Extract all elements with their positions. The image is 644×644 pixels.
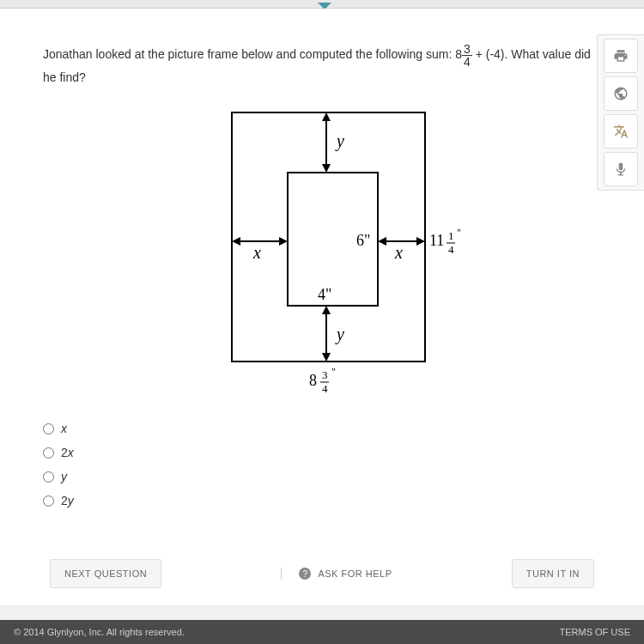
main-content: Jonathan looked at the picture frame bel…: [0, 9, 644, 605]
option-radio-2x[interactable]: [43, 447, 54, 459]
mic-icon: [613, 161, 629, 177]
picture-frame-diagram: y y x x 6" 4" 11 1 4 " 8 3 4 ": [180, 104, 464, 396]
print-icon: [613, 48, 629, 64]
top-tab-bar: [0, 0, 644, 9]
translate-button[interactable]: [604, 114, 638, 149]
option-var-2: y: [61, 470, 67, 483]
svg-marker-15: [378, 237, 386, 246]
svg-text:3: 3: [322, 368, 328, 381]
svg-marker-12: [279, 237, 288, 246]
svg-text:8: 8: [309, 372, 317, 389]
terms-link[interactable]: TERMS OF USE: [559, 627, 630, 637]
option-x[interactable]: x: [43, 422, 601, 435]
next-question-button[interactable]: NEXT QUESTION: [50, 559, 161, 588]
mic-button[interactable]: [604, 152, 638, 186]
svg-text:4: 4: [448, 243, 454, 256]
ask-for-help-button[interactable]: ? ASK FOR HELP: [281, 568, 392, 580]
svg-marker-16: [416, 237, 425, 246]
question-text: Jonathan looked at the picture frame bel…: [43, 43, 601, 87]
svg-text:4": 4": [318, 286, 331, 303]
ask-help-label: ASK FOR HELP: [318, 568, 392, 579]
option-2x[interactable]: 2x: [43, 446, 601, 459]
option-var-0: x: [61, 422, 67, 435]
svg-text:y: y: [335, 325, 344, 344]
option-prefix-1: 2: [61, 446, 68, 459]
svg-text:11: 11: [429, 232, 444, 249]
question-mark-icon: ?: [299, 568, 311, 580]
svg-marker-3: [322, 112, 331, 121]
svg-marker-7: [322, 306, 331, 314]
svg-text:6": 6": [356, 232, 370, 249]
svg-text:1: 1: [448, 229, 454, 242]
svg-rect-0: [232, 112, 425, 361]
turn-it-in-button[interactable]: TURN IT IN: [512, 559, 594, 588]
option-radio-x[interactable]: [43, 423, 54, 434]
svg-text:x: x: [252, 243, 261, 262]
svg-marker-11: [232, 237, 240, 246]
option-y[interactable]: y: [43, 470, 601, 483]
print-button[interactable]: [604, 39, 638, 73]
globe-button[interactable]: [604, 76, 638, 111]
option-2y[interactable]: 2y: [43, 494, 601, 507]
svg-marker-4: [322, 164, 331, 173]
option-prefix-3: 2: [61, 494, 68, 507]
question-fraction: 34: [462, 43, 472, 68]
svg-text:4: 4: [322, 382, 328, 395]
svg-text:x: x: [394, 243, 403, 262]
svg-text:": ": [457, 227, 461, 239]
option-var-3: y: [68, 494, 74, 507]
translate-icon: [613, 124, 629, 139]
svg-text:": ": [331, 366, 336, 378]
globe-icon: [613, 86, 629, 101]
button-row: NEXT QUESTION ? ASK FOR HELP TURN IT IN: [43, 559, 601, 588]
svg-marker-8: [322, 353, 331, 361]
option-radio-y[interactable]: [43, 471, 54, 483]
answer-options: x 2x y 2y: [43, 422, 601, 507]
option-var-1: x: [68, 446, 74, 459]
option-radio-2y[interactable]: [43, 495, 54, 507]
footer: © 2014 Glynlyon, Inc. All rights reserve…: [0, 620, 644, 644]
svg-text:y: y: [335, 131, 344, 151]
question-prefix: Jonathan looked at the picture frame bel…: [43, 47, 462, 61]
tool-sidebar: [597, 34, 644, 191]
copyright-text: © 2014 Glynlyon, Inc. All rights reserve…: [14, 627, 185, 637]
